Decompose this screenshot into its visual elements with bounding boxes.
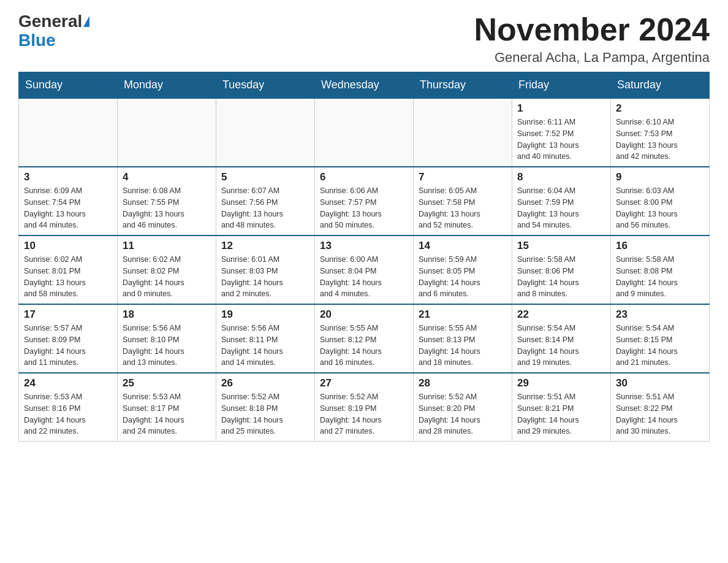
day-info: Sunrise: 6:06 AMSunset: 7:57 PMDaylight:… bbox=[320, 185, 408, 231]
day-info: Sunrise: 6:03 AMSunset: 8:00 PMDaylight:… bbox=[616, 185, 704, 231]
day-number: 20 bbox=[320, 308, 408, 321]
calendar-cell: 7Sunrise: 6:05 AMSunset: 7:58 PMDaylight… bbox=[414, 167, 512, 236]
day-number: 8 bbox=[517, 171, 605, 183]
calendar-cell: 2Sunrise: 6:10 AMSunset: 7:53 PMDaylight… bbox=[611, 98, 710, 167]
calendar-cell: 28Sunrise: 5:52 AMSunset: 8:20 PMDayligh… bbox=[414, 373, 512, 442]
calendar-cell bbox=[315, 98, 414, 167]
calendar-cell: 23Sunrise: 5:54 AMSunset: 8:15 PMDayligh… bbox=[611, 304, 710, 373]
calendar-cell bbox=[216, 98, 315, 167]
day-info: Sunrise: 5:55 AMSunset: 8:13 PMDaylight:… bbox=[419, 323, 507, 369]
calendar-cell: 12Sunrise: 6:01 AMSunset: 8:03 PMDayligh… bbox=[216, 236, 315, 304]
day-number: 4 bbox=[123, 171, 211, 183]
calendar-cell: 15Sunrise: 5:58 AMSunset: 8:06 PMDayligh… bbox=[512, 236, 611, 304]
day-number: 14 bbox=[419, 240, 507, 252]
day-number: 15 bbox=[517, 240, 605, 252]
day-number: 7 bbox=[419, 171, 507, 183]
calendar-cell: 3Sunrise: 6:09 AMSunset: 7:54 PMDaylight… bbox=[19, 167, 118, 236]
column-header-tuesday: Tuesday bbox=[216, 72, 315, 99]
title-area: November 2024 General Acha, La Pampa, Ar… bbox=[474, 12, 710, 66]
calendar-week-row: 3Sunrise: 6:09 AMSunset: 7:54 PMDaylight… bbox=[19, 167, 710, 236]
calendar-cell: 8Sunrise: 6:04 AMSunset: 7:59 PMDaylight… bbox=[512, 167, 611, 236]
calendar-cell bbox=[414, 98, 512, 167]
day-number: 25 bbox=[123, 377, 211, 389]
day-info: Sunrise: 5:58 AMSunset: 8:06 PMDaylight:… bbox=[517, 254, 605, 300]
calendar-week-row: 17Sunrise: 5:57 AMSunset: 8:09 PMDayligh… bbox=[19, 304, 710, 373]
calendar-cell: 22Sunrise: 5:54 AMSunset: 8:14 PMDayligh… bbox=[512, 304, 611, 373]
day-number: 10 bbox=[24, 240, 112, 252]
calendar-cell: 21Sunrise: 5:55 AMSunset: 8:13 PMDayligh… bbox=[414, 304, 512, 373]
calendar-cell: 14Sunrise: 5:59 AMSunset: 8:05 PMDayligh… bbox=[414, 236, 512, 304]
day-info: Sunrise: 5:57 AMSunset: 8:09 PMDaylight:… bbox=[24, 323, 112, 369]
day-number: 2 bbox=[616, 102, 704, 115]
day-info: Sunrise: 6:08 AMSunset: 7:55 PMDaylight:… bbox=[123, 185, 211, 231]
day-info: Sunrise: 5:51 AMSunset: 8:22 PMDaylight:… bbox=[616, 391, 704, 437]
day-info: Sunrise: 5:53 AMSunset: 8:16 PMDaylight:… bbox=[24, 391, 112, 437]
calendar-cell bbox=[118, 98, 216, 167]
column-header-friday: Friday bbox=[512, 72, 611, 99]
calendar-cell: 30Sunrise: 5:51 AMSunset: 8:22 PMDayligh… bbox=[611, 373, 710, 442]
column-header-sunday: Sunday bbox=[19, 72, 118, 99]
calendar-cell: 16Sunrise: 5:58 AMSunset: 8:08 PMDayligh… bbox=[611, 236, 710, 304]
calendar-cell: 27Sunrise: 5:52 AMSunset: 8:19 PMDayligh… bbox=[315, 373, 414, 442]
column-header-monday: Monday bbox=[118, 72, 216, 99]
day-info: Sunrise: 5:56 AMSunset: 8:11 PMDaylight:… bbox=[221, 323, 309, 369]
day-info: Sunrise: 6:05 AMSunset: 7:58 PMDaylight:… bbox=[419, 185, 507, 231]
day-number: 17 bbox=[24, 308, 112, 321]
day-number: 28 bbox=[419, 377, 507, 389]
calendar-week-row: 10Sunrise: 6:02 AMSunset: 8:01 PMDayligh… bbox=[19, 236, 710, 304]
day-info: Sunrise: 6:02 AMSunset: 8:01 PMDaylight:… bbox=[24, 254, 112, 300]
day-info: Sunrise: 5:52 AMSunset: 8:20 PMDaylight:… bbox=[419, 391, 507, 437]
month-title: November 2024 bbox=[474, 12, 710, 47]
calendar-cell: 9Sunrise: 6:03 AMSunset: 8:00 PMDaylight… bbox=[611, 167, 710, 236]
day-info: Sunrise: 5:55 AMSunset: 8:12 PMDaylight:… bbox=[320, 323, 408, 369]
day-number: 11 bbox=[123, 240, 211, 252]
day-info: Sunrise: 5:59 AMSunset: 8:05 PMDaylight:… bbox=[419, 254, 507, 300]
day-number: 16 bbox=[616, 240, 704, 252]
day-info: Sunrise: 5:52 AMSunset: 8:18 PMDaylight:… bbox=[221, 391, 309, 437]
day-number: 30 bbox=[616, 377, 704, 389]
logo: General Blue bbox=[18, 12, 89, 50]
calendar-cell: 10Sunrise: 6:02 AMSunset: 8:01 PMDayligh… bbox=[19, 236, 118, 304]
calendar-week-row: 1Sunrise: 6:11 AMSunset: 7:52 PMDaylight… bbox=[19, 98, 710, 167]
calendar-cell: 29Sunrise: 5:51 AMSunset: 8:21 PMDayligh… bbox=[512, 373, 611, 442]
logo-blue-text: Blue bbox=[18, 31, 56, 50]
calendar-cell: 1Sunrise: 6:11 AMSunset: 7:52 PMDaylight… bbox=[512, 98, 611, 167]
calendar-cell: 25Sunrise: 5:53 AMSunset: 8:17 PMDayligh… bbox=[118, 373, 216, 442]
location-subtitle: General Acha, La Pampa, Argentina bbox=[474, 50, 710, 66]
calendar-cell: 18Sunrise: 5:56 AMSunset: 8:10 PMDayligh… bbox=[118, 304, 216, 373]
day-number: 9 bbox=[616, 171, 704, 183]
calendar-week-row: 24Sunrise: 5:53 AMSunset: 8:16 PMDayligh… bbox=[19, 373, 710, 442]
day-number: 29 bbox=[517, 377, 605, 389]
day-number: 21 bbox=[419, 308, 507, 321]
day-number: 6 bbox=[320, 171, 408, 183]
day-number: 5 bbox=[221, 171, 309, 183]
calendar-header-row: SundayMondayTuesdayWednesdayThursdayFrid… bbox=[19, 72, 710, 99]
day-number: 26 bbox=[221, 377, 309, 389]
day-info: Sunrise: 6:01 AMSunset: 8:03 PMDaylight:… bbox=[221, 254, 309, 300]
day-info: Sunrise: 6:00 AMSunset: 8:04 PMDaylight:… bbox=[320, 254, 408, 300]
calendar-cell: 4Sunrise: 6:08 AMSunset: 7:55 PMDaylight… bbox=[118, 167, 216, 236]
day-number: 19 bbox=[221, 308, 309, 321]
day-info: Sunrise: 6:10 AMSunset: 7:53 PMDaylight:… bbox=[616, 117, 704, 163]
calendar-cell: 6Sunrise: 6:06 AMSunset: 7:57 PMDaylight… bbox=[315, 167, 414, 236]
calendar-cell: 5Sunrise: 6:07 AMSunset: 7:56 PMDaylight… bbox=[216, 167, 315, 236]
day-info: Sunrise: 5:52 AMSunset: 8:19 PMDaylight:… bbox=[320, 391, 408, 437]
day-info: Sunrise: 5:54 AMSunset: 8:15 PMDaylight:… bbox=[616, 323, 704, 369]
column-header-saturday: Saturday bbox=[611, 72, 710, 99]
day-info: Sunrise: 6:04 AMSunset: 7:59 PMDaylight:… bbox=[517, 185, 605, 231]
calendar-cell: 19Sunrise: 5:56 AMSunset: 8:11 PMDayligh… bbox=[216, 304, 315, 373]
day-info: Sunrise: 6:02 AMSunset: 8:02 PMDaylight:… bbox=[123, 254, 211, 300]
day-info: Sunrise: 6:09 AMSunset: 7:54 PMDaylight:… bbox=[24, 185, 112, 231]
day-info: Sunrise: 5:51 AMSunset: 8:21 PMDaylight:… bbox=[517, 391, 605, 437]
calendar-cell: 17Sunrise: 5:57 AMSunset: 8:09 PMDayligh… bbox=[19, 304, 118, 373]
calendar-cell: 20Sunrise: 5:55 AMSunset: 8:12 PMDayligh… bbox=[315, 304, 414, 373]
calendar-cell: 13Sunrise: 6:00 AMSunset: 8:04 PMDayligh… bbox=[315, 236, 414, 304]
day-number: 3 bbox=[24, 171, 112, 183]
day-number: 18 bbox=[123, 308, 211, 321]
column-header-thursday: Thursday bbox=[414, 72, 512, 99]
day-number: 12 bbox=[221, 240, 309, 252]
day-info: Sunrise: 5:56 AMSunset: 8:10 PMDaylight:… bbox=[123, 323, 211, 369]
day-info: Sunrise: 5:58 AMSunset: 8:08 PMDaylight:… bbox=[616, 254, 704, 300]
day-info: Sunrise: 6:07 AMSunset: 7:56 PMDaylight:… bbox=[221, 185, 309, 231]
calendar-cell bbox=[19, 98, 118, 167]
